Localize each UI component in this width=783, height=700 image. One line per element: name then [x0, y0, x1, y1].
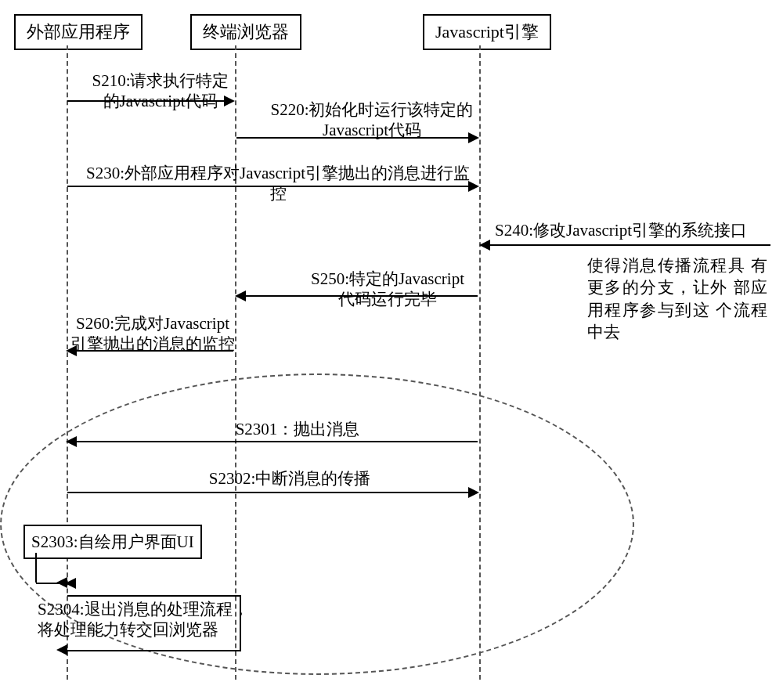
label-s260: S260:完成对Javascript 引擎抛出的消息的监控 [55, 313, 251, 355]
self-arrow-s2304-out [67, 595, 240, 597]
label-s230: S230:外部应用程序对Javascript引擎抛出的消息进行监控 [78, 163, 478, 204]
self-arrow-s2304-down [240, 595, 241, 650]
label-s210: S210:请求执行特定 的Javascript代码 [74, 70, 247, 112]
note-s240: 使得消息传播流程具 有更多的分支，让外 部应用程序参与到这 个流程中去 [587, 254, 767, 343]
label-s2302: S2302:中断消息的传播 [196, 468, 384, 489]
participant-js-engine: Javascript引擎 [423, 14, 551, 50]
label-s2304: S2304:退出消息的处理流程， 将处理能力转交回浏览器 [38, 599, 272, 640]
arrow-s2301 [67, 441, 478, 442]
participant-browser: 终端浏览器 [190, 14, 301, 50]
self-arrow-s2304-head [56, 644, 67, 655]
arrow-s240 [481, 244, 770, 246]
self-arrow-s2303 [35, 553, 37, 583]
label-s240: S240:修改Javascript引擎的系统接口 [495, 220, 777, 240]
label-s2303: S2303:自绘用户界面UI [23, 525, 202, 559]
arrow-s2302 [67, 492, 478, 493]
label-s220: S220:初始化时运行该特定的 Javascript代码 [258, 99, 485, 141]
label-s250: S250:特定的Javascript 代码运行完毕 [290, 269, 485, 310]
participant-ext-app: 外部应用程序 [14, 14, 143, 50]
label-s2301: S2301：抛出消息 [219, 419, 376, 439]
self-arrow-s2304-back [67, 650, 241, 651]
self-arrow-s2303-head [56, 577, 67, 588]
